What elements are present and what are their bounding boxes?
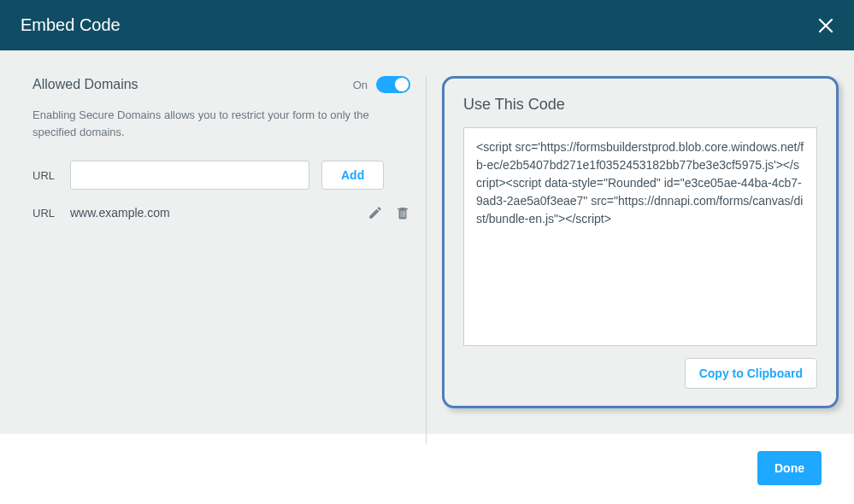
toggle-group: On (353, 76, 410, 93)
section-title: Allowed Domains (32, 77, 138, 92)
url-label: URL (32, 169, 58, 182)
domain-row: URL www.example.com (32, 205, 410, 220)
dialog-header: Embed Code (0, 0, 854, 50)
domain-value: www.example.com (70, 206, 356, 220)
toggle-state-label: On (353, 79, 368, 91)
allowed-domains-toggle[interactable] (376, 76, 410, 93)
done-button[interactable]: Done (757, 451, 822, 485)
close-icon[interactable] (818, 18, 833, 33)
code-textarea[interactable]: <script src='https://formsbuilderstprod.… (463, 127, 817, 346)
add-button[interactable]: Add (321, 161, 384, 190)
url-input[interactable] (70, 161, 309, 190)
section-header-row: Allowed Domains On (32, 76, 410, 93)
dialog-footer: Done (0, 434, 854, 502)
edit-icon[interactable] (368, 205, 383, 220)
embed-code-section: Use This Code <script src='https://forms… (427, 76, 845, 434)
help-text: Enabling Secure Domains allows you to re… (32, 107, 392, 140)
dialog-content: Allowed Domains On Enabling Secure Domai… (0, 50, 854, 434)
allowed-domains-section: Allowed Domains On Enabling Secure Domai… (32, 76, 426, 434)
delete-icon[interactable] (395, 205, 410, 220)
code-panel: Use This Code <script src='https://forms… (442, 76, 839, 408)
copy-row: Copy to Clipboard (463, 358, 817, 389)
dialog-title: Embed Code (21, 15, 121, 35)
domain-row-label: URL (32, 207, 58, 220)
url-input-row: URL Add (32, 161, 410, 190)
copy-to-clipboard-button[interactable]: Copy to Clipboard (685, 358, 817, 389)
code-panel-title: Use This Code (463, 96, 817, 114)
